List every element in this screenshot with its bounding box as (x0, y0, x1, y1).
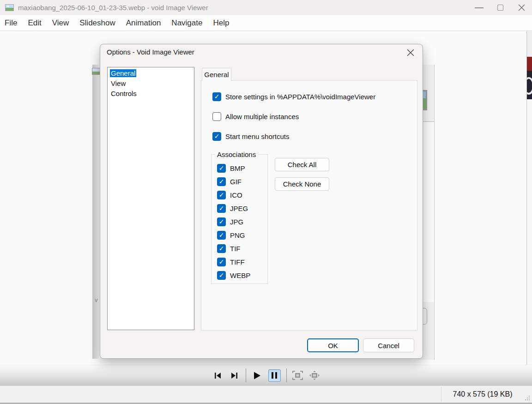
dialog-title: Options - Void Image Viewer (107, 48, 194, 56)
format-jpg-checkbox[interactable]: JPG (217, 217, 267, 226)
menu-help[interactable]: Help (213, 18, 229, 28)
checkbox-label: Allow multiple instances (225, 113, 299, 121)
image-dimensions-status: 740 x 575 (19 KB) (441, 386, 524, 403)
pause-icon (272, 372, 273, 379)
format-tiff-checkbox[interactable]: TIFF (217, 257, 267, 266)
format-jpeg-checkbox[interactable]: JPEG (217, 204, 267, 213)
checkbox-icon (217, 244, 226, 253)
dialog-close-button[interactable] (404, 47, 417, 59)
window-controls (468, 0, 532, 15)
allow-multiple-instances-checkbox[interactable]: Allow multiple instances (212, 112, 299, 121)
menu-bar: File Edit View Slideshow Animation Navig… (0, 15, 532, 31)
associations-title: Associations (215, 151, 258, 158)
window-title: maxiaobang_2025-06-10_01-23-35.webp - vo… (18, 4, 208, 12)
category-controls[interactable]: Controls (108, 89, 194, 99)
format-tif-checkbox[interactable]: TIF (217, 244, 267, 253)
background-image-strip-red (527, 57, 532, 71)
checkbox-icon (217, 258, 226, 266)
start-menu-shortcuts-checkbox[interactable]: Start menu shortcuts (212, 132, 289, 141)
minimize-button[interactable] (468, 0, 490, 15)
checkbox-icon (217, 231, 226, 240)
checkbox-icon (212, 132, 221, 141)
background-thumbnail-icon (92, 68, 100, 75)
skip-first-button[interactable] (212, 370, 224, 381)
background-image-strip-top (527, 31, 532, 57)
store-settings-checkbox[interactable]: Store settings in %APPDATA%\voidImageVie… (212, 92, 375, 101)
checkbox-icon (212, 92, 221, 101)
checkbox-label: Start menu shortcuts (225, 133, 289, 140)
menu-navigate[interactable]: Navigate (171, 18, 202, 28)
options-category-list: General View Controls (107, 67, 194, 330)
background-image-strip-dark (527, 71, 532, 99)
checkbox-icon (212, 112, 221, 121)
background-text-fragment: v (95, 296, 98, 303)
status-bar: 740 x 575 (19 KB) (0, 386, 532, 403)
fit-window-icon (292, 371, 303, 380)
category-view[interactable]: View (108, 78, 194, 89)
close-icon (407, 49, 414, 56)
checkbox-icon (217, 217, 226, 226)
format-ico-checkbox[interactable]: ICO (217, 190, 267, 199)
actual-size-button[interactable] (309, 370, 320, 381)
skip-last-icon (231, 373, 238, 379)
check-all-button[interactable]: Check All (275, 158, 329, 171)
playback-toolbar (0, 365, 532, 386)
checkbox-icon (217, 191, 226, 199)
menu-animation[interactable]: Animation (126, 18, 161, 28)
minimize-icon (475, 7, 484, 8)
pause-button[interactable] (268, 369, 281, 382)
actual-size-icon (309, 371, 320, 380)
menu-file[interactable]: File (5, 18, 17, 28)
close-button[interactable] (511, 0, 532, 15)
menu-slideshow[interactable]: Slideshow (79, 18, 115, 28)
fit-window-button[interactable] (292, 370, 303, 381)
toolbar-separator (246, 368, 246, 382)
tab-general[interactable]: General (202, 68, 231, 81)
background-scroll-strip (92, 65, 99, 359)
format-png-checkbox[interactable]: PNG (217, 230, 267, 240)
skip-first-icon (214, 373, 221, 379)
ok-button[interactable]: OK (307, 338, 359, 352)
checkbox-icon (217, 177, 226, 186)
maximize-button[interactable] (490, 0, 511, 15)
play-button[interactable] (252, 370, 263, 381)
format-bmp-checkbox[interactable]: BMP (217, 163, 267, 173)
checkbox-icon (217, 271, 226, 280)
background-image-strip-bottom (527, 99, 532, 365)
window-titlebar: maxiaobang_2025-06-10_01-23-35.webp - vo… (0, 0, 532, 15)
format-gif-checkbox[interactable]: GIF (217, 177, 267, 186)
cancel-button[interactable]: Cancel (363, 338, 414, 352)
checkbox-label: Store settings in %APPDATA%\voidImageVie… (225, 93, 375, 101)
play-icon (253, 371, 261, 380)
checkbox-icon (217, 164, 226, 173)
toolbar-separator (286, 368, 287, 382)
maximize-icon (497, 5, 503, 11)
associations-groupbox: Associations BMP GIF ICO JPEG JPG (211, 154, 268, 284)
format-webp-checkbox[interactable]: WEBP (217, 271, 267, 280)
checkbox-icon (217, 204, 226, 213)
options-dialog: Options - Void Image Viewer General View… (100, 44, 423, 359)
menu-view[interactable]: View (52, 18, 69, 28)
skip-last-button[interactable] (229, 370, 240, 381)
general-tab-panel: Store settings in %APPDATA%\voidImageVie… (201, 80, 417, 331)
category-general[interactable]: General (108, 68, 194, 78)
resize-grip[interactable] (524, 395, 531, 401)
close-icon (518, 4, 525, 11)
app-image-icon (5, 4, 14, 11)
check-none-button[interactable]: Check None (275, 177, 329, 191)
menu-edit[interactable]: Edit (28, 18, 41, 28)
